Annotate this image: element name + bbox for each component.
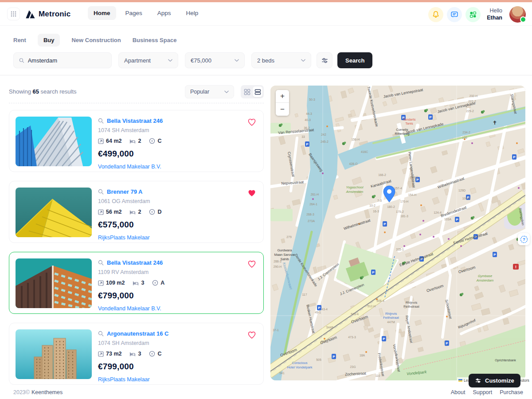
sort-select[interactable]: Popular <box>185 85 234 98</box>
results-count-number: 65 <box>33 88 39 95</box>
svg-text:261-H: 261-H <box>311 193 319 196</box>
location-search-input[interactable] <box>28 57 106 64</box>
tab-new-construction[interactable]: New Construction <box>71 34 121 47</box>
search-icon <box>98 118 104 124</box>
customize-button[interactable]: Customize <box>469 374 520 387</box>
property-card[interactable]: Brenner 79 A 1061 OG Amsterdam 56 m2 2 D… <box>9 181 264 243</box>
svg-text:Oprichtersbank: Oprichtersbank <box>495 359 516 362</box>
price-select[interactable]: €75,000 <box>185 52 245 68</box>
help-button[interactable] <box>518 233 530 245</box>
flag-icon <box>458 379 462 382</box>
property-title-link[interactable]: Brenner 79 A <box>107 188 142 195</box>
svg-text:Maan Sarovar: Maan Sarovar <box>274 253 295 257</box>
messages-button[interactable] <box>447 7 462 22</box>
sliders-icon <box>321 57 329 64</box>
search-button[interactable]: Search <box>337 52 372 68</box>
svg-text:10-2: 10-2 <box>369 204 376 207</box>
beds-value: 2 <box>138 209 141 215</box>
favorite-heart-icon[interactable] <box>247 331 256 340</box>
area-icon <box>98 209 104 215</box>
svg-text:117: 117 <box>302 293 307 296</box>
area-icon <box>98 351 104 357</box>
avatar[interactable] <box>509 6 526 23</box>
price-value: €75,000 <box>191 57 211 64</box>
agency-link[interactable]: Vondelland Makelaar B.V. <box>98 305 256 312</box>
property-card[interactable]: Bella Vistastraat 246 1074 SH Amsterdam … <box>9 110 264 172</box>
listing-type-tabs: Rent Buy New Construction Business Space <box>13 34 176 47</box>
property-card-selected[interactable]: Bella Vistastraat 246 1109 RV Amsterdam … <box>9 252 264 314</box>
chevron-down-icon <box>301 59 305 62</box>
svg-text:170-H: 170-H <box>400 200 409 203</box>
svg-text:✝: ✝ <box>493 120 497 126</box>
apps-grid-icon <box>469 10 477 19</box>
nav-help[interactable]: Help <box>180 6 204 20</box>
beds-select[interactable]: 2 beds <box>251 52 311 68</box>
greeting-hello: Hello <box>487 8 502 15</box>
property-title-link[interactable]: Argonautenstraat 16 C <box>107 330 168 337</box>
footer-link-purchase[interactable]: Purchase <box>500 389 523 395</box>
agency-link[interactable]: Vondelland Makelaar B.V. <box>98 164 256 170</box>
search-icon <box>98 331 104 336</box>
agency-link[interactable]: RijksPlaats Makelaar <box>98 235 256 241</box>
property-card[interactable]: Argonautenstraat 16 C 1074 SH Amsterdam … <box>9 323 264 385</box>
svg-text:279: 279 <box>286 235 292 239</box>
property-title-link[interactable]: Bella Vistastraat 246 <box>107 259 163 266</box>
sliders-icon <box>475 377 481 384</box>
bed-icon <box>129 209 136 215</box>
advanced-filters-button[interactable] <box>317 52 332 68</box>
svg-text:P: P <box>306 142 309 146</box>
favorite-heart-icon-filled[interactable] <box>247 189 256 198</box>
property-title-link[interactable]: Bella Vistastraat 246 <box>107 117 163 124</box>
zoom-out-button[interactable]: − <box>276 103 289 116</box>
property-photo[interactable] <box>16 188 92 237</box>
tab-rent[interactable]: Rent <box>13 34 26 47</box>
location-search-field[interactable] <box>13 52 112 68</box>
zoom-in-button[interactable]: + <box>276 90 289 103</box>
favorite-heart-icon[interactable] <box>247 118 256 127</box>
area-value: 64 m2 <box>106 138 121 144</box>
favorite-heart-icon[interactable] <box>247 260 256 269</box>
property-photo[interactable] <box>16 117 92 166</box>
svg-text:Tanis: Tanis <box>405 121 413 125</box>
svg-text:P: P <box>318 306 321 310</box>
svg-text:44-3: 44-3 <box>306 112 312 115</box>
beds-value: 2 <box>138 138 141 144</box>
nav-home[interactable]: Home <box>88 6 116 20</box>
map-canvas[interactable]: PPPPPPPPPPPPPPPP ! Van RensselaerstraatC… <box>270 86 525 380</box>
agency-link[interactable]: RijksPlaats Makelaar <box>98 376 256 383</box>
svg-text:Feithstraat: Feithstraat <box>383 316 399 320</box>
quick-apps-button[interactable] <box>466 7 481 22</box>
svg-text:264-1: 264-1 <box>309 203 317 206</box>
grid-view-button[interactable] <box>242 86 252 97</box>
greeting-name: Ethan <box>487 15 502 22</box>
area-value: 56 m2 <box>106 209 121 215</box>
nav-pages[interactable]: Pages <box>120 6 148 20</box>
search-panel: Rent Buy New Construction Business Space… <box>0 25 532 75</box>
footer-link-about[interactable]: About <box>451 389 466 395</box>
logo[interactable]: Metronic <box>25 9 70 20</box>
svg-text:166-2: 166-2 <box>378 173 386 176</box>
property-photo[interactable] <box>16 258 92 308</box>
svg-text:Tandarts: Tandarts <box>403 117 416 121</box>
tab-buy[interactable]: Buy <box>38 34 60 47</box>
copyright-year: 2023© <box>13 389 30 395</box>
footer-link-support[interactable]: Support <box>473 389 492 395</box>
energy-value: C <box>157 138 161 144</box>
tab-business-space[interactable]: Business Space <box>133 34 177 47</box>
list-view-button[interactable] <box>253 86 262 97</box>
app-launcher-button[interactable] <box>7 8 20 20</box>
svg-text:234-2: 234-2 <box>462 131 470 134</box>
copyright-brand[interactable]: Keenthemes <box>31 389 63 395</box>
svg-text:!: ! <box>515 265 516 269</box>
property-address: 1061 OG Amsterdam <box>98 198 256 204</box>
property-type-select[interactable]: Apartment <box>118 52 178 68</box>
bed-icon <box>129 351 136 357</box>
notifications-button[interactable] <box>428 7 443 22</box>
svg-text:23G: 23G <box>350 365 356 368</box>
nav-apps[interactable]: Apps <box>152 6 177 20</box>
photo-skyscraper-cyan <box>16 117 92 166</box>
svg-text:P: P <box>332 355 335 359</box>
area-icon <box>98 280 104 286</box>
dots-grid-icon <box>10 11 17 17</box>
property-photo[interactable] <box>16 329 92 379</box>
